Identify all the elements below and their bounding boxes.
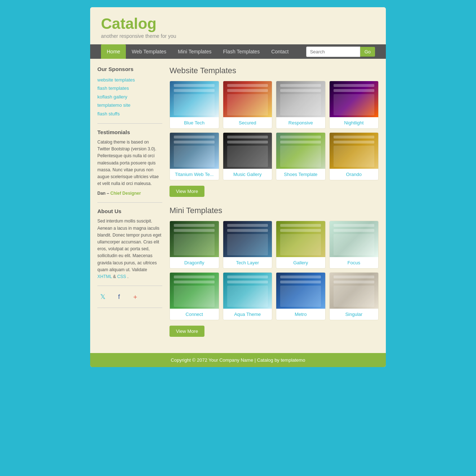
testimonials-body: Catalog theme is based on Twitter Bootst… bbox=[97, 140, 159, 186]
mini-templates-grid: DragonflyTech LayerGalleryFocusConnectAq… bbox=[169, 221, 379, 320]
xhtml-link[interactable]: XHTML bbox=[97, 274, 112, 279]
template-card[interactable]: Aqua Theme bbox=[223, 272, 273, 320]
search-button[interactable]: Go bbox=[360, 47, 375, 57]
template-name: Shoes Template bbox=[276, 169, 325, 180]
sponsor-link-3[interactable]: koflash gallery bbox=[97, 93, 162, 101]
testimonials-text: Catalog theme is based on Twitter Bootst… bbox=[97, 139, 162, 197]
testimonials-role-link[interactable]: Chief Designer bbox=[110, 191, 141, 196]
template-thumb bbox=[276, 221, 325, 257]
template-thumb bbox=[223, 133, 272, 169]
template-card[interactable]: Metro bbox=[276, 272, 326, 320]
template-thumb bbox=[223, 273, 272, 309]
content-area: Website Templates Blue TechSecuredRespon… bbox=[169, 66, 379, 346]
template-name: Singular bbox=[330, 309, 379, 320]
divider-4 bbox=[97, 308, 162, 308]
website-templates-title: Website Templates bbox=[169, 66, 379, 75]
template-card[interactable]: Singular bbox=[329, 272, 379, 320]
template-thumb bbox=[276, 133, 325, 169]
about-end: . bbox=[127, 274, 128, 279]
about-body: Sed interdum mollis suscipit. Aenean a l… bbox=[97, 219, 161, 272]
template-thumb bbox=[330, 273, 379, 309]
template-thumb bbox=[330, 221, 379, 257]
template-thumb bbox=[170, 273, 219, 309]
google-plus-icon[interactable]: ＋ bbox=[130, 291, 141, 302]
template-thumb bbox=[330, 81, 379, 117]
template-name: Nightlight bbox=[330, 117, 379, 128]
template-card[interactable]: Gallery bbox=[276, 221, 326, 269]
template-card[interactable]: Orando bbox=[329, 132, 379, 180]
website-templates-grid: Blue TechSecuredResponsiveNightlightTita… bbox=[169, 81, 379, 180]
template-thumb bbox=[170, 81, 219, 117]
template-name: Orando bbox=[330, 169, 379, 180]
site-title: Catalog bbox=[101, 16, 375, 31]
template-card[interactable]: Music Gallery bbox=[223, 132, 273, 180]
sidebar: Our Sponsors website templates flash tem… bbox=[97, 66, 162, 346]
template-name: Aqua Theme bbox=[223, 309, 272, 320]
template-thumb bbox=[276, 273, 325, 309]
template-card[interactable]: Nightlight bbox=[329, 81, 379, 129]
sponsor-links: website templates flash templates koflas… bbox=[97, 76, 162, 118]
divider-3 bbox=[97, 286, 162, 286]
template-name: Secured bbox=[223, 117, 272, 128]
template-card[interactable]: Shoes Template bbox=[276, 132, 326, 180]
divider-2 bbox=[97, 202, 162, 203]
facebook-icon[interactable]: f bbox=[114, 291, 124, 302]
divider-1 bbox=[97, 123, 162, 124]
sponsor-link-2[interactable]: flash templates bbox=[97, 84, 162, 92]
sponsor-link-4[interactable]: templatemo site bbox=[97, 101, 162, 109]
template-card[interactable]: Secured bbox=[223, 81, 273, 129]
template-card[interactable]: Connect bbox=[169, 272, 219, 320]
template-thumb bbox=[170, 221, 219, 257]
template-name: Responsive bbox=[276, 117, 325, 128]
template-thumb bbox=[223, 81, 272, 117]
nav-item-web-templates[interactable]: Web Templates bbox=[126, 44, 172, 59]
template-name: Metro bbox=[276, 309, 325, 320]
nav-links: Home Web Templates Mini Templates Flash … bbox=[101, 44, 306, 59]
sponsor-link-5[interactable]: flash stuffs bbox=[97, 110, 162, 118]
template-name: Dragonfly bbox=[170, 257, 219, 268]
search-input[interactable] bbox=[306, 47, 360, 57]
template-card[interactable]: Tech Layer bbox=[223, 221, 273, 269]
template-name: Blue Tech bbox=[170, 117, 219, 128]
nav-item-mini-templates[interactable]: Mini Templates bbox=[172, 44, 217, 59]
testimonials-author: Dan – Chief Designer bbox=[97, 190, 162, 197]
template-thumb bbox=[276, 81, 325, 117]
search-area: Go bbox=[306, 47, 375, 57]
main-content: Our Sponsors website templates flash tem… bbox=[90, 59, 386, 353]
nav-item-contact[interactable]: Contact bbox=[265, 44, 294, 59]
about-title: About Us bbox=[97, 208, 162, 214]
template-name: Music Gallery bbox=[223, 169, 272, 180]
about-text: Sed interdum mollis suscipit. Aenean a l… bbox=[97, 218, 162, 280]
template-thumb bbox=[223, 221, 272, 257]
mini-view-more-btn[interactable]: View More bbox=[169, 326, 204, 337]
template-name: Gallery bbox=[276, 257, 325, 268]
twitter-icon[interactable]: 𝕏 bbox=[97, 291, 108, 302]
sponsor-link-1[interactable]: website templates bbox=[97, 76, 162, 84]
template-thumb bbox=[170, 133, 219, 169]
template-card[interactable]: Blue Tech bbox=[169, 81, 219, 129]
template-thumb bbox=[330, 133, 379, 169]
template-name: Focus bbox=[330, 257, 379, 268]
template-name: Titanium Web Te... bbox=[170, 169, 219, 180]
template-name: Tech Layer bbox=[223, 257, 272, 268]
navbar: Home Web Templates Mini Templates Flash … bbox=[90, 44, 386, 59]
sponsors-title: Our Sponsors bbox=[97, 66, 162, 72]
mini-templates-title: Mini Templates bbox=[169, 206, 379, 215]
nav-item-flash-templates[interactable]: Flash Templates bbox=[217, 44, 265, 59]
template-name: Connect bbox=[170, 309, 219, 320]
footer-text: Copyright © 2072 Your Company Name | Cat… bbox=[171, 357, 305, 363]
css-link[interactable]: CSS bbox=[117, 274, 126, 279]
site-header: Catalog another responsive theme for you bbox=[90, 7, 386, 44]
template-card[interactable]: Focus bbox=[329, 221, 379, 269]
testimonials-title: Testimonials bbox=[97, 129, 162, 135]
site-subtitle: another responsive theme for you bbox=[101, 33, 375, 39]
template-card[interactable]: Dragonfly bbox=[169, 221, 219, 269]
template-card[interactable]: Titanium Web Te... bbox=[169, 132, 219, 180]
about-amp: & bbox=[113, 274, 117, 279]
website-view-more-btn[interactable]: View More bbox=[169, 186, 204, 197]
template-card[interactable]: Responsive bbox=[276, 81, 326, 129]
footer: Copyright © 2072 Your Company Name | Cat… bbox=[90, 353, 386, 367]
nav-item-home[interactable]: Home bbox=[101, 44, 126, 59]
social-icons: 𝕏 f ＋ bbox=[97, 291, 162, 302]
